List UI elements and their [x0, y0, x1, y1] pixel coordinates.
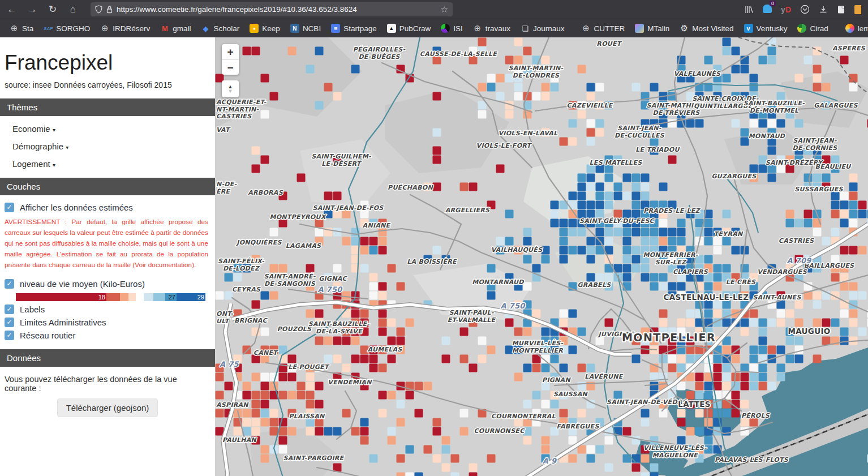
bookmark-label: NCBI: [303, 24, 321, 33]
place-label: BAILLARGUES: [804, 262, 854, 269]
bookmark-item[interactable]: SAPSORGHO: [40, 22, 94, 35]
place-label: SAINT-JEAN-DE-VÉDAS: [607, 398, 687, 406]
map-canvas[interactable]: VATN-DE-ÈREACQUERIE-ET-NT-MARTIN-CASTRIE…: [215, 37, 868, 476]
downloader-extension-icon[interactable]: yD: [781, 5, 791, 14]
bookmark-label: CUTTER: [594, 24, 625, 33]
pitch-down-icon[interactable]: ▼: [228, 89, 233, 93]
bookmark-label: MTalin: [647, 24, 669, 33]
themes-header: Thèmes: [0, 98, 215, 116]
bookmark-item[interactable]: ⚙Most Visited: [676, 22, 737, 35]
place-label: PAULHAN: [222, 436, 257, 444]
warning-text: AVERTISSEMENT : Par défaut, la grille af…: [5, 217, 208, 270]
bookmark-item[interactable]: ◆Scholar: [197, 22, 244, 35]
downloads-icon[interactable]: [819, 5, 828, 14]
bookmark-label: Startpage: [343, 24, 377, 33]
place-label: LAVÉRUNE: [585, 372, 624, 380]
place-label: PÉROLS: [741, 411, 770, 419]
legend-tick-label: 27: [169, 293, 175, 301]
theme-dropdown-economie[interactable]: Economie ▾: [0, 116, 215, 134]
map-svg[interactable]: VATN-DE-ÈREACQUERIE-ET-NT-MARTIN-CASTRIE…: [215, 37, 868, 476]
download-geojson-button[interactable]: Télécharger (geojson): [57, 398, 158, 417]
forward-icon[interactable]: →: [25, 4, 40, 15]
cirad-icon: [797, 24, 806, 33]
place-label: ASPÈRES: [832, 44, 866, 52]
place-label: SAINT-BAUZILLE-DE-MONTMEL: [744, 100, 805, 114]
bookmark-label: PubCraw: [399, 24, 431, 33]
variable-checkbox[interactable]: ✓: [5, 279, 14, 289]
bookmark-item[interactable]: Cirad: [793, 22, 832, 35]
extension-ghost-icon[interactable]: 0: [763, 5, 772, 15]
pitch-control[interactable]: ▲ ▼: [222, 80, 239, 97]
back-icon[interactable]: ←: [5, 4, 19, 15]
theme-dropdown-logement[interactable]: Logement ▾: [0, 151, 215, 169]
bookmark-item[interactable]: vVentusky: [740, 22, 792, 35]
road-label: A 750: [500, 302, 526, 310]
bookmark-item[interactable]: ISI: [437, 22, 467, 35]
place-label: ROUET: [596, 40, 622, 48]
theme-dropdown-démographie[interactable]: Démographie ▾: [0, 134, 215, 151]
place-label: PLAISSAN: [289, 413, 325, 420]
globe-icon: ⊕: [10, 24, 19, 33]
layer-label: Limites Administratives: [20, 318, 106, 327]
place-label: AUMELAS: [367, 346, 402, 353]
bookmark-label: ISI: [453, 24, 463, 33]
zoom-in-button[interactable]: +: [222, 44, 239, 59]
layer-checkbox[interactable]: ✓: [5, 305, 14, 314]
sidebar-page-icon[interactable]: [837, 5, 845, 14]
clipped-extension-icon[interactable]: [854, 5, 861, 14]
place-label: BRIGNAC: [234, 317, 268, 324]
url-text[interactable]: https://www.comeetie.fr/galerie/francepi…: [117, 5, 437, 14]
bookmark-item[interactable]: ⊕CUTTER: [578, 22, 629, 35]
layer-label: Labels: [20, 305, 45, 314]
bookmark-label: Sta: [22, 24, 33, 33]
bookmark-item[interactable]: Mgmail: [156, 22, 195, 35]
estimees-row: ✓ Afficher les données estimées: [5, 203, 210, 212]
bookmark-item[interactable]: ●Keep: [246, 22, 284, 35]
library-icon[interactable]: [745, 5, 754, 14]
bookmark-item[interactable]: ≡Startpage: [327, 22, 381, 35]
pocket-icon[interactable]: [800, 5, 810, 14]
tracking-shield-icon[interactable]: [95, 5, 102, 14]
bookmark-item[interactable]: MTalin: [631, 22, 673, 35]
bookmark-item[interactable]: NNCBI: [286, 22, 325, 35]
layer-checkbox[interactable]: ✓: [5, 331, 14, 340]
place-label: MONTARNAUD: [472, 278, 524, 286]
bookmark-item[interactable]: ⊕IRDRéserv: [96, 22, 154, 35]
chevron-down-icon: ▾: [53, 127, 55, 133]
place-label: CLAPIERS: [673, 268, 708, 276]
theme-label: Logement: [12, 159, 50, 169]
zoom-out-button[interactable]: −: [222, 59, 239, 75]
legend-tick-label: 29: [197, 293, 204, 301]
place-label: SAINT-MARTIN-DE-LONDRES: [509, 65, 564, 79]
bookmark-item[interactable]: lemonde: [841, 22, 868, 35]
penguin-icon: ▲: [387, 24, 396, 33]
variable-row: ✓ niveau de vie moyen (Kilo-Euros): [5, 279, 210, 289]
bookmarks-bar: ⊕StaSAPSORGHO⊕IRDRéservMgmail◆Scholar●Ke…: [0, 19, 868, 37]
legend-segment: [136, 293, 144, 301]
place-label: MURVIEL-LÈS-MONTPELLIER: [512, 339, 564, 354]
globe-icon: ⊕: [100, 24, 109, 33]
place-label: SAINT-BAUZILLE-DE-LA-SYLVE: [308, 320, 369, 335]
layer-checkbox[interactable]: ✓: [5, 318, 14, 327]
bookmark-star-icon[interactable]: ☆: [441, 5, 448, 15]
bookmark-item[interactable]: ▲PubCraw: [383, 22, 435, 35]
estimees-checkbox[interactable]: ✓: [5, 203, 14, 212]
gear-icon: ⚙: [680, 24, 689, 33]
bookmark-item[interactable]: ⊕travaux: [469, 22, 514, 35]
place-label: VAT: [216, 126, 231, 134]
bookmark-item[interactable]: ⊕Sta: [6, 22, 37, 35]
place-label: PÉGAIROLLES-DE-BUÈGES: [353, 45, 406, 61]
bookmark-label: Journaux: [533, 24, 565, 33]
layer-row: ✓Limites Administratives: [5, 318, 210, 327]
bookmark-label: travaux: [485, 24, 510, 33]
reload-icon[interactable]: ↻: [45, 3, 60, 15]
globe-icon: ⊕: [582, 24, 591, 33]
url-bar[interactable]: https://www.comeetie.fr/galerie/francepi…: [91, 2, 453, 16]
home-icon[interactable]: ⌂: [66, 4, 80, 15]
lock-icon[interactable]: [106, 6, 113, 14]
bookmark-label: IRDRéserv: [113, 24, 150, 33]
place-label: PUÉCHABON: [388, 183, 433, 191]
bookmark-item[interactable]: ❏Journaux: [517, 22, 569, 35]
extension-badge: 0: [770, 1, 776, 6]
legend-segment: [106, 293, 120, 301]
